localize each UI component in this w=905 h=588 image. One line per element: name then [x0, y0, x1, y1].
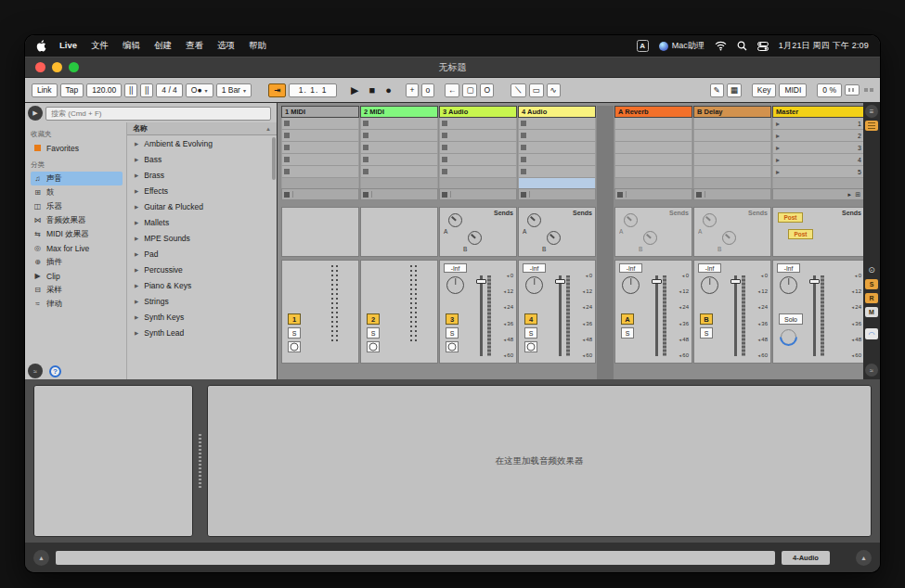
pan-knob[interactable]: [780, 276, 797, 294]
favorites-item[interactable]: Favorites: [31, 141, 123, 155]
device-drop-area[interactable]: 在这里加载音频效果器: [207, 385, 872, 537]
category-item[interactable]: ◎ Max for Live: [31, 241, 123, 255]
pan-knob[interactable]: [701, 276, 718, 294]
scene[interactable]: 3: [772, 142, 863, 154]
category-item[interactable]: ⋈ 音频效果器: [31, 213, 123, 227]
assistant-menu[interactable]: Mac助理: [659, 40, 705, 52]
master-header[interactable]: Master: [772, 106, 863, 118]
clip-slot[interactable]: [281, 130, 359, 142]
clip-slot[interactable]: [281, 166, 359, 178]
clip-slot[interactable]: [360, 166, 438, 178]
category-item[interactable]: ⇆ MIDI 效果器: [31, 227, 123, 241]
back-to-arrangement-button[interactable]: ←: [445, 83, 460, 97]
track-activator-button[interactable]: B: [700, 313, 713, 325]
arm-record-button[interactable]: [524, 341, 537, 352]
computer-midi-keyboard-button[interactable]: ▦: [727, 83, 742, 97]
stop-button[interactable]: ■: [366, 85, 380, 96]
scene[interactable]: 1: [772, 118, 863, 130]
return-header[interactable]: B Delay: [693, 106, 771, 118]
browser-toggle-icon[interactable]: ≈: [28, 364, 43, 378]
category-item[interactable]: ◫ 乐器: [31, 199, 123, 213]
scene-play-icon[interactable]: [776, 144, 780, 152]
browser-list-item[interactable]: Pad: [127, 246, 277, 262]
mixer-toggle[interactable]: M: [865, 307, 878, 317]
midi-map-button[interactable]: MIDI: [779, 83, 807, 97]
draw-mode-button[interactable]: ＼: [511, 83, 526, 97]
solo-button[interactable]: S: [621, 327, 634, 339]
clip-slot[interactable]: [518, 154, 596, 166]
clip-view-toggle[interactable]: ▭: [529, 83, 544, 97]
send-b-post-toggle[interactable]: Post: [788, 229, 813, 239]
clip-slot[interactable]: [518, 130, 596, 142]
return-header[interactable]: A Reverb: [614, 106, 692, 118]
send-a-knob[interactable]: [624, 213, 638, 227]
sends-toggle[interactable]: S: [865, 279, 878, 289]
stop-all-clips-button[interactable]: [281, 188, 359, 200]
fader-handle[interactable]: [730, 279, 741, 284]
browser-list-item[interactable]: Synth Keys: [127, 309, 277, 325]
show-info-toggle[interactable]: ▲: [33, 550, 49, 566]
pan-knob[interactable]: [525, 276, 543, 294]
browser-list-header[interactable]: 名称 ▲: [127, 122, 277, 135]
arm-record-button[interactable]: [367, 341, 380, 352]
returns-toggle[interactable]: R: [865, 293, 878, 303]
scene-play-icon[interactable]: [776, 132, 780, 140]
clip-slot[interactable]: [518, 142, 596, 154]
scene[interactable]: 5: [772, 166, 863, 178]
sort-icon[interactable]: ▲: [265, 126, 271, 132]
grip-icon[interactable]: ≈: [865, 364, 878, 377]
clip-overview-panel[interactable]: [33, 385, 193, 537]
menu-item[interactable]: 编辑: [123, 40, 140, 52]
clip-slot[interactable]: [360, 118, 438, 130]
send-b-knob[interactable]: [643, 231, 657, 245]
stop-all-clips-button[interactable]: [693, 188, 771, 200]
preview-toggle[interactable]: ◠: [865, 328, 878, 339]
master-solo-button[interactable]: Solo: [779, 313, 803, 325]
clip-slot[interactable]: [439, 142, 517, 154]
solo-button[interactable]: S: [367, 327, 380, 339]
solo-button[interactable]: S: [700, 327, 713, 339]
clip-slot[interactable]: [360, 130, 438, 142]
clip-slot[interactable]: [439, 118, 517, 130]
overview-menu-icon[interactable]: ≡: [865, 105, 878, 118]
nudge-down-button[interactable]: ||: [124, 83, 137, 97]
clip-slot[interactable]: [281, 142, 359, 154]
volume-fader[interactable]: [655, 275, 658, 356]
reenable-automation-button[interactable]: O: [480, 83, 494, 97]
pencil-button[interactable]: ✎: [710, 83, 724, 97]
help-button[interactable]: ?: [49, 365, 61, 377]
automation-curve-button[interactable]: ∿: [547, 83, 561, 97]
solo-button[interactable]: S: [288, 327, 301, 339]
browser-list-item[interactable]: MPE Sounds: [127, 230, 277, 246]
menu-item[interactable]: 创建: [154, 40, 172, 52]
browser-list-item[interactable]: Bass: [127, 151, 277, 167]
volume-fader[interactable]: [813, 275, 816, 356]
send-b-knob[interactable]: [547, 231, 561, 245]
clip-slot[interactable]: [281, 154, 359, 166]
category-item[interactable]: ▶ Clip: [31, 269, 123, 283]
pan-knob[interactable]: [622, 276, 640, 294]
master-stop-row[interactable]: ▸ ⊞: [772, 188, 863, 200]
send-a-knob[interactable]: [527, 213, 541, 227]
peak-level-display[interactable]: -Inf: [523, 263, 546, 273]
arrangement-position-display[interactable]: 1. 1. 1: [289, 83, 337, 97]
scene-play-icon[interactable]: [776, 120, 780, 128]
scene-play-icon[interactable]: [776, 168, 780, 176]
track-activator-button[interactable]: 4: [524, 313, 537, 325]
panel-resize-grip[interactable]: [196, 385, 204, 537]
clip-slot[interactable]: [360, 154, 438, 166]
clip-slot[interactable]: [360, 142, 438, 154]
arm-record-button[interactable]: [446, 341, 459, 352]
cpu-load-display[interactable]: 0 %: [817, 83, 842, 97]
fader-handle[interactable]: [809, 279, 820, 284]
browser-collapse-icon[interactable]: ▶: [28, 106, 43, 121]
clip-slot[interactable]: [439, 154, 517, 166]
back-to-arrangement-icon[interactable]: ▸: [848, 191, 852, 198]
browser-list-item[interactable]: Mallets: [127, 214, 277, 230]
clip-slot[interactable]: [281, 118, 359, 130]
send-a-knob[interactable]: [703, 213, 717, 227]
peak-level-display[interactable]: -Inf: [444, 263, 467, 273]
stop-all-clips-button[interactable]: [518, 188, 596, 200]
menu-item[interactable]: Live: [59, 40, 77, 52]
track-header[interactable]: 4 Audio: [518, 106, 596, 118]
